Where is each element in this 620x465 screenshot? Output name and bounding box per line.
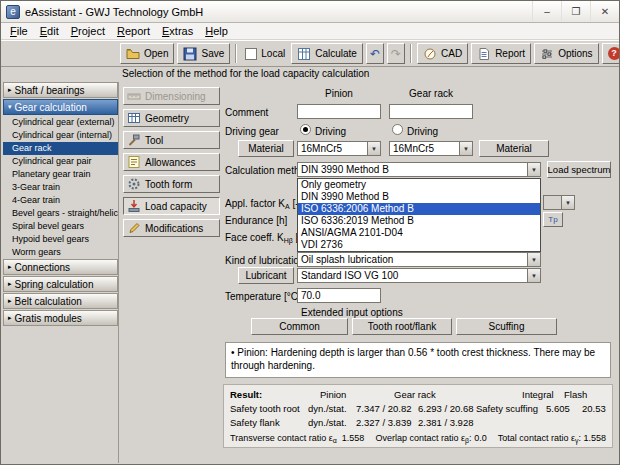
lubricant-button[interactable]: Lubricant bbox=[238, 267, 294, 284]
dimensioning-ruler-icon bbox=[127, 89, 141, 103]
nav-tooth-form-button[interactable]: Tooth form bbox=[123, 175, 220, 193]
sidebar-item-worm-gears[interactable]: Worm gears bbox=[3, 246, 118, 259]
chevron-down-icon[interactable]: ▼ bbox=[527, 269, 540, 282]
sidebar-item-spiral-bevel-gears[interactable]: Spiral bevel gears bbox=[3, 220, 118, 233]
sidebar-item-bevel-gears[interactable]: Bevel gears - straight/helical bbox=[3, 207, 118, 220]
results-header-flash: Flash bbox=[564, 389, 587, 400]
temperature-label: Temperature [°C] bbox=[225, 291, 301, 302]
menu-extras[interactable]: Extras bbox=[156, 24, 199, 38]
redo-button[interactable]: ↷ bbox=[387, 43, 405, 64]
save-disk-icon bbox=[183, 47, 197, 61]
open-label: Open bbox=[144, 48, 168, 59]
dropdown-option[interactable]: Only geometry bbox=[298, 179, 540, 191]
lubricant-combo[interactable]: Standard ISO VG 100 ▼ bbox=[297, 268, 541, 283]
dropdown-option[interactable]: VDI 2736 bbox=[298, 239, 540, 251]
nav-allowances-button[interactable]: Allowances bbox=[123, 153, 220, 171]
driving-gear-rack-radio-label[interactable]: Driving bbox=[407, 126, 438, 137]
sidebar-group-spring-calculation[interactable]: ▸ Spring calculation bbox=[3, 276, 118, 292]
material-gear-rack-button[interactable]: Material bbox=[479, 140, 549, 157]
minimize-icon[interactable]: – bbox=[532, 1, 561, 22]
driving-gear-rack-radio[interactable] bbox=[392, 124, 403, 135]
dropdown-option[interactable]: DIN 3990 Method B bbox=[298, 191, 540, 203]
nav-tool-button[interactable]: Tool bbox=[123, 131, 220, 149]
safety-tooth-root-gear-rack-value: 6.293 / 20.68 bbox=[418, 403, 473, 414]
titlebar: e eAssistant - GWJ Technology GmbH – ❐ ✕ bbox=[1, 1, 619, 23]
local-label: Local bbox=[261, 48, 285, 59]
allowances-sheet-icon bbox=[127, 155, 141, 169]
driving-pinion-radio-label[interactable]: Driving bbox=[315, 126, 346, 137]
close-icon[interactable]: ✕ bbox=[590, 1, 619, 22]
safety-flank-pinion-value: 2.327 / 3.839 bbox=[356, 417, 411, 428]
nav-dimensioning-button[interactable]: Dimensioning bbox=[123, 87, 220, 105]
local-checkbox[interactable] bbox=[245, 48, 257, 60]
help-icon: ? bbox=[608, 47, 619, 60]
chevron-down-icon[interactable]: ▼ bbox=[459, 142, 472, 155]
calculate-label: Calculate bbox=[315, 48, 357, 59]
common-button[interactable]: Common bbox=[251, 318, 348, 335]
temperature-input[interactable]: 70.0 bbox=[297, 288, 381, 303]
safety-tooth-root-mode: dyn./stat. bbox=[308, 403, 347, 414]
results-header-integral: Integral bbox=[522, 389, 554, 400]
sidebar-group-gear-calculation[interactable]: ▾ Gear calculation bbox=[3, 99, 118, 115]
save-button[interactable]: Save bbox=[177, 43, 230, 64]
chevron-down-icon[interactable]: ▼ bbox=[527, 163, 540, 176]
sidebar-item-hypoid-bevel-gears[interactable]: Hypoid bevel gears bbox=[3, 233, 118, 246]
local-toggle[interactable]: Local bbox=[242, 43, 288, 64]
driving-pinion-radio[interactable] bbox=[300, 124, 311, 135]
nav-modifications-button[interactable]: Modifications bbox=[123, 219, 220, 237]
material-pinion-button[interactable]: Material bbox=[238, 140, 294, 157]
endurance-side-button[interactable]: Tp bbox=[543, 212, 563, 227]
dropdown-option-highlighted[interactable]: ISO 6336:2006 Method B bbox=[298, 203, 540, 215]
cad-button[interactable]: CAD bbox=[417, 43, 468, 64]
menu-project[interactable]: Project bbox=[65, 24, 111, 38]
application-factor-label: Appl. factor KA [-] bbox=[225, 198, 301, 210]
open-button[interactable]: Open bbox=[120, 43, 174, 64]
nav-geometry-button[interactable]: Geometry bbox=[123, 109, 220, 127]
chevron-down-icon[interactable]: ▼ bbox=[527, 253, 540, 266]
chevron-down-icon[interactable]: ▼ bbox=[367, 142, 380, 155]
menu-help[interactable]: Help bbox=[199, 24, 234, 38]
calculation-method-dropdown-list: Only geometry DIN 3990 Method B ISO 6336… bbox=[297, 178, 541, 252]
comment-gear-rack-input[interactable] bbox=[389, 104, 473, 119]
sidebar-item-4-gear-train[interactable]: 4-Gear train bbox=[3, 194, 118, 207]
nav-load-capacity-button[interactable]: Load capacity bbox=[123, 197, 220, 215]
material-pinion-combo[interactable]: 16MnCr5 ▼ bbox=[297, 141, 381, 156]
sidebar-group-shaft-bearings[interactable]: ▸ Shaft / bearings bbox=[3, 82, 118, 98]
material-gear-rack-combo[interactable]: 16MnCr5 ▼ bbox=[389, 141, 473, 156]
dropdown-option[interactable]: ISO 6336:2019 Method B bbox=[298, 215, 540, 227]
load-spectrum-button[interactable]: Load spectrum bbox=[547, 161, 611, 178]
sidebar-item-planetary-gear-train[interactable]: Planetary gear train bbox=[3, 168, 118, 181]
scuffing-button[interactable]: Scuffing bbox=[456, 318, 557, 335]
comment-pinion-input[interactable] bbox=[297, 104, 381, 119]
sidebar-group-connections[interactable]: ▸ Connections bbox=[3, 259, 118, 275]
sidebar-group-belt-calculation[interactable]: ▸ Belt calculation bbox=[3, 293, 118, 309]
gear-rack-column-header: Gear rack bbox=[389, 88, 473, 99]
sidebar-item-gear-rack[interactable]: Gear rack bbox=[3, 142, 118, 155]
sidebar-item-3-gear-train[interactable]: 3-Gear train bbox=[3, 181, 118, 194]
toolbar: Open Save Local Calculate ↶ ↷ CAD Report… bbox=[1, 40, 619, 67]
calculate-button[interactable]: Calculate bbox=[291, 43, 363, 64]
report-document-icon bbox=[477, 47, 491, 61]
menu-edit[interactable]: Edit bbox=[34, 24, 65, 38]
redo-icon: ↷ bbox=[391, 48, 401, 60]
undo-button[interactable]: ↶ bbox=[366, 43, 384, 64]
sidebar-group-gratis-modules[interactable]: ▸ Gratis modules bbox=[3, 310, 118, 326]
comment-label: Comment bbox=[225, 107, 268, 118]
help-button[interactable]: ? Help bbox=[602, 43, 619, 64]
menu-file[interactable]: File bbox=[4, 24, 34, 38]
results-header-pinion: Pinion bbox=[320, 389, 346, 400]
tooth-root-flank-button[interactable]: Tooth root/flank bbox=[352, 318, 452, 335]
options-button[interactable]: Options bbox=[534, 43, 598, 64]
sidebar-item-cylindrical-gear-external[interactable]: Cylindrical gear (external) bbox=[3, 116, 118, 129]
dropdown-option[interactable]: ANSI/AGMA 2101-D04 bbox=[298, 227, 540, 239]
face-coefficient-label: Face coeff. KHβ [-] bbox=[225, 232, 305, 244]
maximize-icon[interactable]: ❐ bbox=[561, 1, 590, 22]
report-button[interactable]: Report bbox=[471, 43, 531, 64]
sidebar-item-cylindrical-gear-internal[interactable]: Cylindrical gear (internal) bbox=[3, 129, 118, 142]
sidebar-item-cylindrical-gear-pair[interactable]: Cylindrical gear pair bbox=[3, 155, 118, 168]
safety-flank-label: Safety flank bbox=[230, 417, 280, 428]
calculation-method-combo[interactable]: DIN 3990 Method B ▼ bbox=[297, 162, 541, 177]
total-contact-ratio: Total contact ratio εγ: 1.558 bbox=[498, 433, 606, 444]
lubrication-combo[interactable]: Oil splash lubrication ▼ bbox=[297, 252, 541, 267]
menu-report[interactable]: Report bbox=[111, 24, 156, 38]
